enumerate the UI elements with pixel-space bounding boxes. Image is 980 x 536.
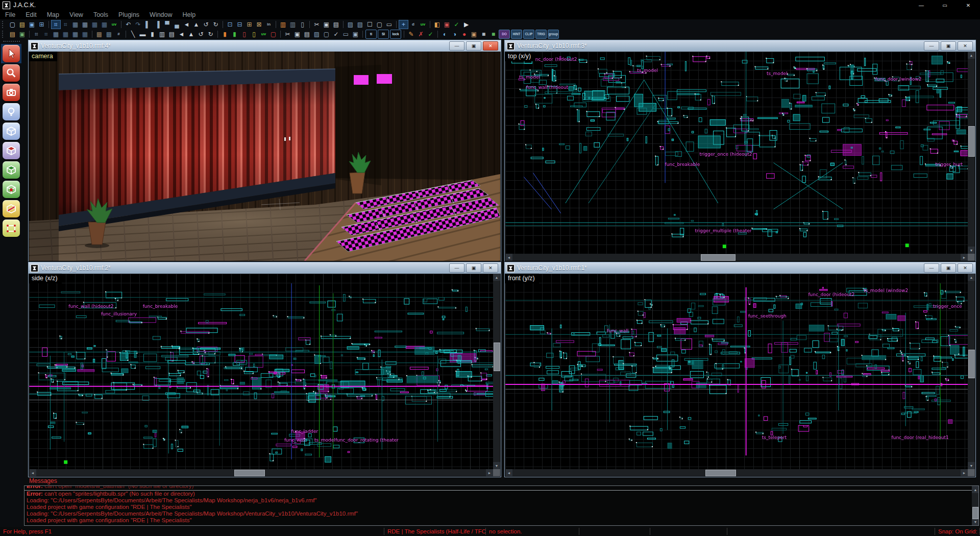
apply-texture-check-icon[interactable]: ✓ <box>452 20 461 29</box>
flip-horizontal-2-icon[interactable]: ◄ <box>177 30 186 38</box>
smaller-grid-icon[interactable]: ▦ <box>71 20 80 29</box>
block-tool[interactable] <box>1 121 21 141</box>
message-line[interactable]: Loaded project with game configuration "… <box>24 504 978 510</box>
close-button[interactable]: ✕ <box>483 41 498 51</box>
check-green-icon[interactable]: ✓ <box>426 30 435 38</box>
copy-icon[interactable]: ▣ <box>322 20 331 29</box>
restore-button[interactable]: ▣ <box>941 41 956 51</box>
toggle-lightmaps-icon[interactable]: ■ <box>489 30 498 38</box>
block-tall-icon[interactable]: ▮ <box>148 30 157 38</box>
group-button-icon[interactable]: group <box>548 30 559 39</box>
ignore-groups-icon[interactable]: in <box>264 20 273 29</box>
larger-grid-icon[interactable]: ▦ <box>81 20 89 29</box>
pointer-mode-icon[interactable]: ╲ <box>129 30 137 38</box>
new-cylinder-icon[interactable]: ▯ <box>298 20 307 29</box>
compile-normal-icon[interactable]: ▮ <box>220 30 229 38</box>
prefab-library-icon[interactable]: ▣ <box>18 30 27 38</box>
message-line[interactable]: Loaded project with game configuration "… <box>24 517 978 524</box>
horizontal-scrollbar[interactable]: ◄ ► <box>29 469 493 476</box>
hide-selected-icon[interactable]: ▨ <box>346 20 355 29</box>
scroll-right-button[interactable]: ► <box>486 469 493 476</box>
view-3d-textured-icon[interactable]: ◑ <box>450 30 459 38</box>
scroll-up-button[interactable]: ▲ <box>968 274 975 281</box>
scroll-down-button[interactable]: ▼ <box>968 462 975 469</box>
scroll-left-button[interactable]: ◄ <box>29 469 36 476</box>
close-button[interactable]: ✕ <box>958 263 973 273</box>
paste-icon[interactable]: ▤ <box>332 20 340 29</box>
snap-45-icon[interactable]: ▦ <box>100 20 109 29</box>
scroll-thumb[interactable] <box>972 507 978 519</box>
block-small-icon[interactable]: ▬ <box>138 30 147 38</box>
scroll-up-button[interactable]: ▲ <box>972 486 979 493</box>
trig-button-icon[interactable]: TRIG <box>535 30 547 39</box>
show-all-icon[interactable]: ☐ <box>365 20 374 29</box>
paste-2-icon[interactable]: ▤ <box>303 30 311 38</box>
minimize-button[interactable]: — <box>449 263 464 273</box>
scroll-up-button[interactable]: ▲ <box>493 274 500 281</box>
hide-unselected-icon[interactable]: ▧ <box>356 20 364 29</box>
viewport-window-front[interactable]: VenturaCity_v1b10.rmf:1* — ▣ ✕ front (y/… <box>504 262 976 477</box>
scroll-left-button[interactable]: ◄ <box>505 469 512 476</box>
snap-to-grid-icon[interactable]: ▦ <box>90 20 99 29</box>
marquee-selection-icon[interactable]: ▢ <box>322 30 331 38</box>
flip-vertical-2-icon[interactable]: ▲ <box>187 30 195 38</box>
toggle-red-icon[interactable]: ▯ <box>240 30 249 38</box>
scroll-thumb[interactable] <box>701 254 736 261</box>
viewport-layout-icon[interactable]: d <box>409 20 418 29</box>
carve-icon[interactable]: ⊡ <box>226 20 234 29</box>
grid-higher-icon[interactable]: # <box>114 30 123 38</box>
rows-icon[interactable]: ▤ <box>167 30 176 38</box>
flip-horizontal-icon[interactable]: ◄ <box>182 20 191 29</box>
camera-window-titlebar[interactable]: VenturaCity_v1b10.rmf:4* — ▣ ✕ <box>29 40 501 52</box>
scroll-down-button[interactable]: ▼ <box>493 462 500 469</box>
check-option-icon[interactable]: ✓ <box>332 30 340 38</box>
vertical-scrollbar[interactable]: ▲ ▼ <box>968 52 975 254</box>
viewport-window-camera[interactable]: VenturaCity_v1b10.rmf:4* — ▣ ✕ <box>28 40 501 262</box>
cut-icon[interactable]: ✂ <box>312 20 321 29</box>
uv-lock-2-icon[interactable]: uv <box>259 30 268 38</box>
scroll-thumb[interactable] <box>234 470 265 476</box>
message-line-clipped[interactable]: Error: can't open "models/w_battman" (No… <box>24 486 978 491</box>
flip-vertical-icon[interactable]: ▲ <box>192 20 201 29</box>
toggle-grid-icon[interactable]: ⌗ <box>52 20 60 29</box>
minimize-button[interactable]: — <box>910 0 933 10</box>
align-left-icon[interactable]: ▌ <box>143 20 152 29</box>
texture-application-tool[interactable] <box>1 141 21 160</box>
close-button[interactable]: ✕ <box>483 263 498 273</box>
replace-textures-icon[interactable]: ▣ <box>443 20 451 29</box>
lock-button-icon[interactable]: lock <box>390 30 401 39</box>
maximize-button[interactable]: ▭ <box>933 0 957 10</box>
texture-group-b-icon[interactable]: ▩ <box>105 30 113 38</box>
menu-item-map[interactable]: Map <box>42 11 64 18</box>
small-window-icon[interactable]: ▣ <box>351 30 360 38</box>
menu-item-plugins[interactable]: Plugins <box>113 11 144 18</box>
grid-1-icon[interactable]: ⌗ <box>32 30 41 38</box>
restore-button[interactable]: ▣ <box>941 263 956 273</box>
message-line[interactable]: Loading: "C:/Users/SerpentsByte/Document… <box>24 510 978 517</box>
message-line[interactable]: Error: can't open "sprites/lightbulb.spr… <box>24 491 978 497</box>
align-top-icon[interactable]: ▀ <box>163 20 172 29</box>
vertex-tool[interactable] <box>1 218 21 238</box>
messages-list[interactable]: Error: can't open "models/w_battman" (No… <box>24 485 979 526</box>
minimize-button[interactable]: — <box>449 41 464 51</box>
hint-button-icon[interactable]: HINT <box>511 30 522 39</box>
edit-pencil-icon[interactable]: ✎ <box>407 30 415 38</box>
camera-tool[interactable] <box>1 83 21 102</box>
redo-icon[interactable]: ↷ <box>134 20 142 29</box>
front-2d-viewport[interactable] <box>505 274 968 469</box>
scroll-thumb[interactable] <box>705 470 736 476</box>
message-line[interactable]: Loading: "C:/Users/SerpentsByte/Document… <box>24 497 978 504</box>
clipping-tool[interactable] <box>1 199 21 218</box>
entity-report-icon[interactable]: ▥ <box>279 20 287 29</box>
check-red-icon[interactable]: ✗ <box>416 30 425 38</box>
scroll-right-button[interactable]: ► <box>961 469 968 476</box>
restore-button[interactable]: ▣ <box>466 263 481 273</box>
menu-item-help[interactable]: Help <box>178 11 201 18</box>
apply-decals-tool[interactable] <box>1 180 21 199</box>
scroll-thumb[interactable] <box>968 350 975 378</box>
world-settings-icon[interactable]: ▤ <box>8 30 17 38</box>
do-button-icon[interactable]: DO <box>499 30 510 39</box>
selection-tool[interactable] <box>1 44 21 63</box>
columns-icon[interactable]: ▥ <box>158 30 166 38</box>
apply-current-texture-tool[interactable] <box>1 160 21 180</box>
